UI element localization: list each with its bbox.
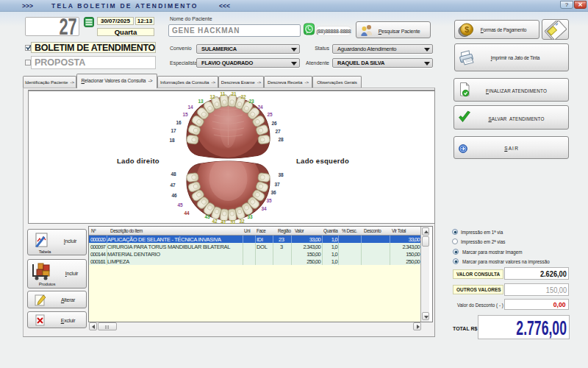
svg-text:27: 27 — [275, 129, 281, 134]
svg-text:32: 32 — [239, 219, 245, 224]
svg-text:24: 24 — [257, 105, 263, 110]
svg-text:13: 13 — [198, 99, 204, 104]
svg-text:38: 38 — [278, 172, 284, 177]
svg-text:48: 48 — [171, 171, 176, 177]
svg-text:15: 15 — [182, 112, 188, 117]
svg-text:37: 37 — [274, 182, 280, 187]
svg-text:25: 25 — [267, 112, 273, 117]
svg-text:16: 16 — [176, 120, 182, 125]
svg-text:45: 45 — [177, 202, 183, 208]
svg-text:43: 43 — [204, 214, 210, 219]
svg-text:33: 33 — [247, 214, 253, 219]
svg-text:11: 11 — [220, 91, 226, 96]
svg-text:14: 14 — [187, 105, 193, 110]
svg-text:36: 36 — [270, 190, 276, 195]
svg-text:41: 41 — [220, 219, 226, 224]
svg-text:23: 23 — [248, 99, 254, 104]
svg-text:22: 22 — [240, 94, 246, 99]
svg-text:31: 31 — [230, 219, 236, 224]
svg-text:47: 47 — [170, 183, 176, 188]
svg-text:17: 17 — [171, 128, 176, 133]
svg-text:12: 12 — [209, 94, 215, 99]
svg-text:35: 35 — [266, 198, 272, 203]
svg-text:44: 44 — [184, 210, 190, 216]
svg-text:34: 34 — [261, 206, 267, 211]
svg-text:42: 42 — [212, 219, 218, 224]
svg-text:18: 18 — [169, 138, 175, 143]
svg-text:46: 46 — [171, 193, 177, 198]
svg-text:21: 21 — [231, 91, 237, 96]
svg-text:26: 26 — [271, 121, 277, 126]
svg-text:28: 28 — [278, 137, 284, 142]
